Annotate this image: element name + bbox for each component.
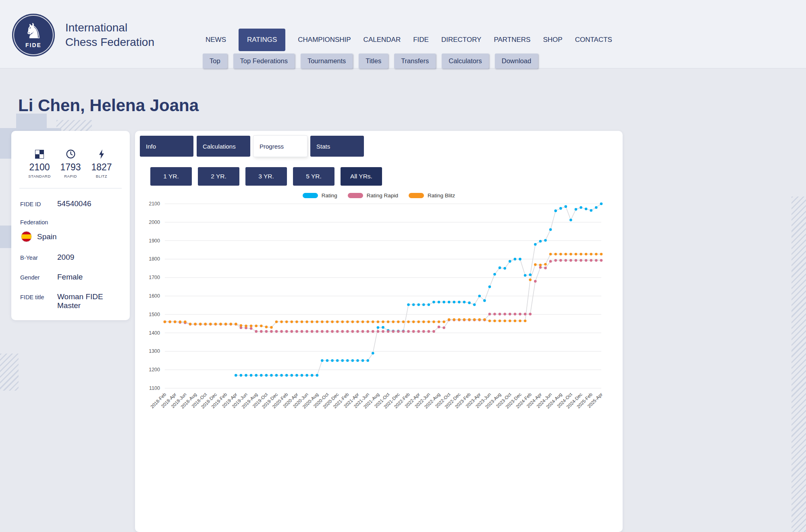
fide-id-row: FIDE ID 54540046 bbox=[20, 199, 121, 208]
legend-swatch bbox=[303, 193, 318, 198]
subnav-item-top[interactable]: Top bbox=[203, 54, 227, 68]
rapid-rating-label: RAPID bbox=[56, 174, 85, 178]
range-2yr-button[interactable]: 2 YR. bbox=[198, 167, 239, 186]
fide-id-value: 54540046 bbox=[57, 199, 91, 208]
standard-rating-value: 2100 bbox=[25, 162, 54, 173]
ratings-summary: 2100 STANDARD 1793 RAPID 1827 BLITZ bbox=[25, 149, 116, 178]
svg-text:1200: 1200 bbox=[149, 367, 160, 373]
subnav-item-download[interactable]: Download bbox=[495, 54, 538, 68]
subnav-item-titles[interactable]: Titles bbox=[359, 54, 388, 68]
svg-text:1500: 1500 bbox=[149, 312, 160, 317]
rapid-rating-value: 1793 bbox=[56, 162, 85, 173]
rating-progress-chart: 1100120013001400150016001700180019002000… bbox=[139, 200, 617, 433]
spain-flag-icon bbox=[21, 231, 32, 242]
chart-range-buttons: 1 YR. 2 YR. 3 YR. 5 YR. All YRs. bbox=[150, 167, 623, 186]
ratings-sub-nav: Top Top Federations Tournaments Titles T… bbox=[203, 54, 538, 68]
fide-title-label: FIDE title bbox=[20, 294, 57, 300]
checkerboard-icon bbox=[25, 149, 54, 159]
legend-swatch bbox=[348, 193, 363, 198]
svg-text:1600: 1600 bbox=[149, 293, 160, 299]
fide-id-label: FIDE ID bbox=[20, 201, 57, 207]
gender-row: Gender Female bbox=[20, 273, 121, 282]
profile-main-panel: Info Calculations Progress Stats 1 YR. 2… bbox=[135, 131, 623, 532]
chart-legend: RatingRating RapidRating Blitz bbox=[135, 192, 623, 199]
legend-swatch bbox=[409, 193, 424, 198]
federation-label: Federation bbox=[20, 219, 57, 226]
nav-item-shop[interactable]: SHOP bbox=[543, 36, 562, 44]
federation-value-row: Spain bbox=[21, 231, 121, 242]
player-profile-card: 2100 STANDARD 1793 RAPID 1827 BLITZ FIDE… bbox=[11, 131, 130, 320]
nav-item-ratings[interactable]: RATINGS bbox=[239, 29, 285, 51]
legend-label: Rating Rapid bbox=[367, 193, 398, 199]
svg-text:1300: 1300 bbox=[149, 348, 160, 354]
svg-text:1900: 1900 bbox=[149, 238, 160, 244]
subnav-item-transfers[interactable]: Transfers bbox=[394, 54, 436, 68]
fide-logo[interactable]: ♞ FIDE bbox=[12, 14, 55, 56]
nav-item-calendar[interactable]: CALENDAR bbox=[364, 36, 401, 44]
nav-item-news[interactable]: NEWS bbox=[206, 36, 226, 44]
gender-label: Gender bbox=[20, 274, 57, 281]
site-name: International Chess Federation bbox=[65, 21, 154, 50]
tab-stats[interactable]: Stats bbox=[310, 136, 364, 157]
tab-info[interactable]: Info bbox=[140, 136, 193, 157]
site-name-line1: International bbox=[65, 21, 154, 35]
range-5yr-button[interactable]: 5 YR. bbox=[293, 167, 334, 186]
nav-item-directory[interactable]: DIRECTORY bbox=[441, 36, 482, 44]
decorative-hatch bbox=[0, 354, 19, 391]
knight-icon: ♞ bbox=[24, 21, 43, 41]
nav-item-partners[interactable]: PARTNERS bbox=[494, 36, 530, 44]
fide-title-value: Woman FIDE Master bbox=[57, 292, 121, 310]
blitz-rating-label: BLITZ bbox=[87, 174, 116, 178]
range-1yr-button[interactable]: 1 YR. bbox=[150, 167, 192, 186]
subnav-item-tournaments[interactable]: Tournaments bbox=[301, 54, 353, 68]
fide-title-row: FIDE title Woman FIDE Master bbox=[20, 292, 121, 310]
range-all-yrs-button[interactable]: All YRs. bbox=[341, 167, 382, 186]
blitz-rating-value: 1827 bbox=[87, 162, 116, 173]
decorative-hatch bbox=[791, 197, 806, 532]
blitz-rating-block: 1827 BLITZ bbox=[87, 149, 116, 178]
tab-calculations[interactable]: Calculations bbox=[197, 136, 250, 157]
tab-progress[interactable]: Progress bbox=[253, 136, 307, 157]
subnav-item-calculators[interactable]: Calculators bbox=[442, 54, 489, 68]
profile-fields: FIDE ID 54540046 Federation Spain B-Year… bbox=[11, 199, 130, 310]
byear-row: B-Year 2009 bbox=[20, 253, 121, 262]
byear-label: B-Year bbox=[20, 255, 57, 261]
site-header: ♞ FIDE International Chess Federation NE… bbox=[0, 0, 806, 68]
legend-item: Rating Blitz bbox=[409, 193, 455, 199]
svg-text:2100: 2100 bbox=[149, 201, 160, 207]
svg-text:1800: 1800 bbox=[149, 256, 160, 262]
nav-item-contacts[interactable]: CONTACTS bbox=[575, 36, 612, 44]
svg-text:1400: 1400 bbox=[149, 330, 160, 336]
nav-item-fide[interactable]: FIDE bbox=[413, 36, 429, 44]
legend-label: Rating bbox=[322, 193, 337, 199]
svg-text:1700: 1700 bbox=[149, 275, 160, 280]
range-3yr-button[interactable]: 3 YR. bbox=[245, 167, 287, 186]
svg-text:2000: 2000 bbox=[149, 219, 160, 225]
federation-row: Federation bbox=[20, 219, 121, 226]
rapid-rating-block: 1793 RAPID bbox=[56, 149, 85, 178]
byear-value: 2009 bbox=[57, 253, 74, 262]
player-name-title: Li Chen, Helena Joana bbox=[18, 96, 199, 115]
subnav-item-top-federations[interactable]: Top Federations bbox=[233, 54, 295, 68]
clock-icon bbox=[56, 149, 85, 159]
nav-item-championship[interactable]: CHAMPIONSHIP bbox=[298, 36, 351, 44]
federation-value: Spain bbox=[37, 232, 57, 241]
site-name-line2: Chess Federation bbox=[65, 35, 154, 50]
legend-item: Rating bbox=[303, 193, 337, 199]
svg-text:1100: 1100 bbox=[149, 385, 160, 391]
fide-logo-block[interactable]: ♞ FIDE International Chess Federation bbox=[12, 14, 154, 56]
standard-rating-label: STANDARD bbox=[25, 174, 54, 178]
standard-rating-block: 2100 STANDARD bbox=[25, 149, 54, 178]
legend-label: Rating Blitz bbox=[428, 193, 455, 199]
legend-item: Rating Rapid bbox=[348, 193, 398, 199]
main-nav: NEWS RATINGS CHAMPIONSHIP CALENDAR FIDE … bbox=[206, 28, 612, 52]
profile-tabs: Info Calculations Progress Stats bbox=[140, 136, 623, 157]
gender-value: Female bbox=[57, 273, 83, 282]
divider bbox=[19, 188, 122, 188]
lightning-icon bbox=[87, 149, 116, 159]
fide-logo-text: FIDE bbox=[25, 42, 42, 48]
